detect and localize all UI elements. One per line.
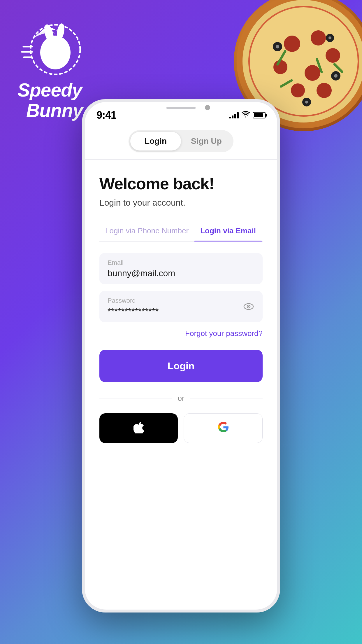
svg-point-11 [284, 36, 300, 52]
or-text: or [178, 394, 184, 403]
status-icons [229, 111, 266, 119]
forgot-password-section: Forgot your password? [99, 329, 263, 338]
app-name: SpeedySpeedy Bunny Bunny [17, 80, 83, 121]
status-time: 9:41 [96, 109, 116, 121]
logo-icon [17, 18, 82, 76]
email-label: Email [108, 259, 254, 267]
phone-login-tab[interactable]: Login via Phone Number [99, 222, 194, 241]
svg-point-14 [305, 65, 320, 81]
svg-point-23 [305, 101, 308, 104]
or-divider: or [99, 394, 263, 403]
phone-mockup: 9:41 [82, 99, 280, 612]
svg-point-17 [317, 83, 332, 98]
password-label: Password [108, 297, 254, 304]
speaker [166, 107, 196, 109]
svg-point-21 [334, 74, 338, 78]
front-camera [205, 105, 210, 110]
apple-login-button[interactable] [99, 413, 178, 443]
svg-point-12 [311, 30, 326, 46]
svg-point-15 [326, 48, 340, 63]
forgot-password-link[interactable]: Forgot your password? [185, 329, 263, 338]
auth-tab-switcher: Login Sign Up [129, 130, 233, 152]
svg-point-19 [276, 45, 279, 48]
divider-line-right [190, 398, 263, 398]
wifi-icon [242, 111, 250, 119]
email-field[interactable]: Email bunny@mail.com [99, 253, 263, 284]
welcome-subtitle: Login to your account. [99, 198, 263, 208]
svg-point-13 [273, 60, 287, 74]
logo-area: SpeedySpeedy Bunny Bunny [17, 18, 83, 121]
login-tab[interactable]: Login [130, 132, 181, 150]
divider-line-left [99, 398, 172, 398]
svg-point-16 [291, 83, 305, 97]
status-bar: 9:41 [85, 102, 277, 124]
apple-icon [133, 422, 144, 435]
welcome-title: Welcome back! [99, 174, 263, 193]
svg-point-1 [40, 36, 71, 69]
phone-screen: 9:41 [85, 102, 277, 610]
social-login-buttons [99, 413, 263, 443]
login-method-tabs: Login via Phone Number Login via Email [99, 222, 263, 242]
main-content: Welcome back! Login to your account. Log… [85, 160, 277, 443]
google-login-button[interactable] [184, 413, 263, 443]
signup-tab[interactable]: Sign Up [181, 132, 232, 150]
password-toggle-icon[interactable] [243, 301, 254, 312]
password-value: *************** [108, 306, 254, 316]
password-field[interactable]: Password *************** [99, 291, 263, 322]
svg-point-25 [328, 36, 331, 39]
battery-icon [253, 112, 266, 118]
login-button[interactable]: Login [99, 350, 263, 382]
svg-point-32 [248, 306, 249, 307]
google-icon [218, 422, 229, 435]
signal-icon [229, 112, 239, 118]
email-value: bunny@mail.com [108, 268, 254, 278]
email-login-tab[interactable]: Login via Email [194, 222, 262, 241]
